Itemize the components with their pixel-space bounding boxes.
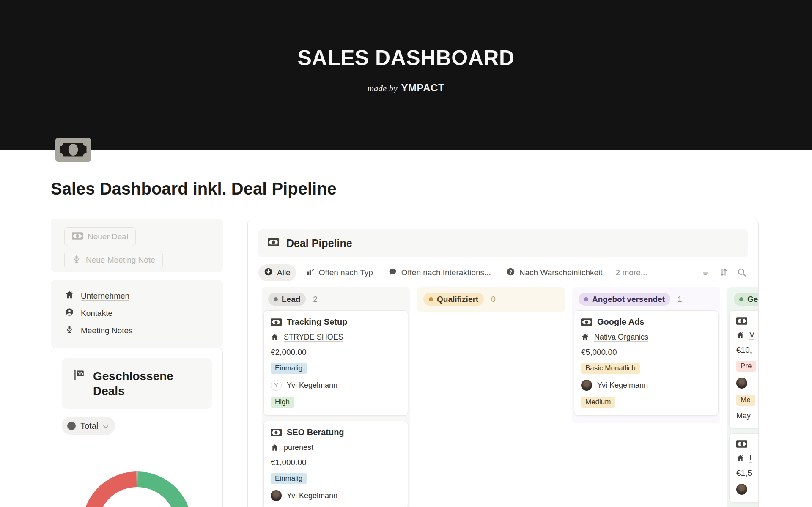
column-header: Lead2 bbox=[262, 287, 410, 310]
board-toolbar bbox=[700, 267, 747, 277]
deal-pipeline-header: Deal Pipeline bbox=[258, 229, 748, 257]
house-icon bbox=[271, 444, 279, 452]
card-company-row: STRYDE SHOES bbox=[271, 333, 401, 342]
column-count: 1 bbox=[678, 295, 682, 304]
house-icon bbox=[736, 454, 744, 462]
card-owner-row: Yvi Kegelmann bbox=[271, 490, 401, 501]
column-name: Angebot versendet bbox=[592, 295, 665, 304]
status-dot-icon bbox=[274, 297, 278, 301]
banknote-page-icon[interactable] bbox=[55, 137, 91, 162]
microphone-icon bbox=[65, 325, 74, 336]
closed-deals-card: Geschlossene Deals Total bbox=[51, 348, 223, 507]
house-icon bbox=[65, 290, 74, 301]
column-count: 2 bbox=[313, 295, 318, 304]
status-dot-icon bbox=[584, 297, 588, 301]
column-status-pill[interactable]: Angebot versendet bbox=[579, 293, 670, 306]
new-meeting-note-label: Neue Meeting Note bbox=[86, 255, 155, 265]
card-company-row: Nativa Organics bbox=[581, 333, 711, 342]
deal-amount: €1,5 bbox=[736, 469, 752, 478]
company-link[interactable]: Nativa Organics bbox=[594, 333, 648, 342]
type-tag-row: Einmalig bbox=[271, 473, 401, 484]
deal-date: May bbox=[736, 411, 751, 420]
board-column: Qualifiziert0 bbox=[417, 287, 565, 312]
sidebar-item-label: Kontakte bbox=[81, 309, 112, 318]
priority-tag: Medium bbox=[581, 397, 615, 408]
company-link[interactable]: V bbox=[749, 331, 754, 340]
house-icon bbox=[736, 331, 744, 339]
banknote-icon bbox=[736, 317, 747, 325]
tab-offen-nach-interaktions[interactable]: Offen nach Interaktions... bbox=[383, 264, 497, 281]
column-status-pill[interactable]: Ge bbox=[734, 293, 758, 306]
sidebar-item-kontakte[interactable]: Kontakte bbox=[65, 304, 223, 322]
column-name: Qualifiziert bbox=[437, 295, 478, 304]
type-tag: Pre bbox=[736, 361, 756, 372]
deal-card[interactable]: V€10,PreMeMay bbox=[729, 310, 758, 428]
search-icon[interactable] bbox=[737, 267, 747, 277]
owner-name: Yvi Kegelmann bbox=[597, 381, 648, 390]
tab-alle[interactable]: Alle bbox=[258, 264, 296, 281]
column-status-pill[interactable]: Lead bbox=[268, 293, 306, 306]
deal-amount: €5,000.00 bbox=[581, 348, 617, 357]
card-owner-row bbox=[736, 378, 758, 389]
sort-icon[interactable] bbox=[719, 267, 729, 277]
owner-name: Yvi Kegelmann bbox=[287, 491, 337, 500]
card-amount-row: €10, bbox=[736, 345, 758, 355]
column-header: Qualifiziert0 bbox=[417, 287, 565, 310]
cover-title: SALES DASHBOARD bbox=[0, 0, 812, 70]
chart-icon bbox=[306, 267, 315, 278]
card-owner-row: Yvi Kegelmann bbox=[581, 380, 711, 391]
sidebar-item-meeting-notes[interactable]: Meeting Notes bbox=[65, 322, 223, 339]
deal-amount: €2,000.00 bbox=[271, 348, 307, 357]
new-deal-button[interactable]: Neuer Deal bbox=[64, 227, 136, 246]
company-link[interactable]: purenest bbox=[284, 443, 313, 452]
card-owner-row: YYvi Kegelmann bbox=[271, 380, 401, 391]
arrow-down-circle-icon bbox=[264, 267, 273, 278]
card-amount-row: €2,000.00 bbox=[271, 348, 401, 357]
page-cover: SALES DASHBOARD made byYMPACT bbox=[0, 0, 812, 150]
tab-nach-warscheinlichkeit[interactable]: ? Nach Warscheinlichkeit bbox=[501, 264, 608, 281]
avatar bbox=[271, 490, 282, 501]
speech-bubble-icon bbox=[388, 267, 397, 278]
type-tag: Basic Monatlich bbox=[581, 363, 640, 374]
board-column: Lead2 Tracking Setup STRYDE SHOES€2,000.… bbox=[262, 287, 410, 507]
total-filter-dropdown[interactable]: Total bbox=[62, 417, 115, 435]
made-by-text: made by bbox=[368, 83, 398, 93]
banknote-icon bbox=[72, 232, 83, 242]
company-link[interactable]: STRYDE SHOES bbox=[284, 333, 343, 342]
chevron-down-icon bbox=[103, 421, 109, 431]
column-name: Ge bbox=[747, 295, 758, 304]
avatar bbox=[581, 380, 592, 391]
sidebar-item-label: Unternehmen bbox=[81, 291, 129, 301]
deal-card[interactable]: Google Ads Nativa Organics€5,000.00Basic… bbox=[574, 310, 719, 416]
priority-tag-row: High bbox=[271, 397, 401, 408]
person-circle-icon bbox=[65, 307, 74, 319]
cover-subtitle: made byYMPACT bbox=[0, 82, 812, 94]
tab-offen-nach-typ[interactable]: Offen nach Typ bbox=[300, 264, 379, 281]
new-meeting-note-button[interactable]: Neue Meeting Note bbox=[64, 251, 163, 269]
house-icon bbox=[271, 333, 279, 341]
card-amount-row: €1,5 bbox=[736, 469, 758, 478]
total-label: Total bbox=[80, 421, 98, 431]
page-title: Sales Dashboard inkl. Deal Pipeline bbox=[51, 179, 337, 198]
column-count: 0 bbox=[491, 295, 496, 304]
column-header: Ge bbox=[727, 287, 758, 310]
kanban-board: Lead2 Tracking Setup STRYDE SHOES€2,000.… bbox=[262, 287, 758, 507]
closed-deals-title: Geschlossene Deals bbox=[93, 369, 182, 398]
deal-amount: €1,000.00 bbox=[271, 458, 307, 467]
card-owner-row bbox=[736, 484, 758, 495]
deal-card[interactable]: Tracking Setup STRYDE SHOES€2,000.00Einm… bbox=[263, 310, 408, 416]
more-views-link[interactable]: 2 more... bbox=[616, 268, 647, 277]
banknote-icon bbox=[271, 429, 282, 436]
company-link[interactable]: I bbox=[749, 454, 752, 463]
deal-card[interactable]: SEO Beratung purenest€1,000.00EinmaligYv… bbox=[263, 421, 408, 507]
sidebar-item-unternehmen[interactable]: Unternehmen bbox=[65, 287, 223, 304]
card-company-row: purenest bbox=[271, 443, 401, 452]
type-tag-row: Pre bbox=[736, 361, 758, 372]
banknote-icon bbox=[268, 238, 279, 248]
filter-icon[interactable] bbox=[700, 267, 710, 277]
deal-title: Google Ads bbox=[597, 317, 644, 327]
column-status-pill[interactable]: Qualifiziert bbox=[423, 293, 484, 306]
deal-card[interactable]: I€1,5 bbox=[729, 433, 758, 503]
deal-amount: €10, bbox=[736, 345, 752, 355]
closed-deals-donut-chart bbox=[51, 466, 223, 507]
